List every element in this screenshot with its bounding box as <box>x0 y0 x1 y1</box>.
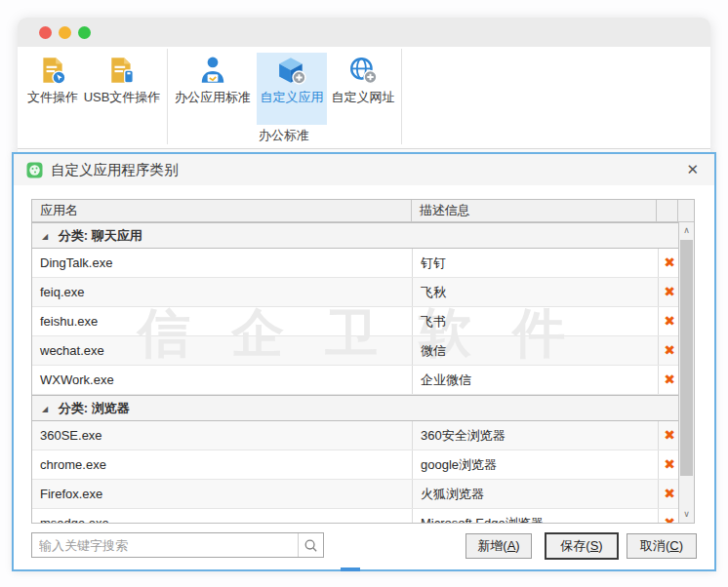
ribbon-item-label: 办公应用标准 <box>170 89 256 105</box>
file-operation-icon <box>38 56 67 85</box>
dialog-titlebar: 自定义应用程序类别 ✕ <box>14 154 714 185</box>
delete-icon: ✖ <box>664 313 675 329</box>
scrollbar-thumb[interactable] <box>680 240 693 476</box>
window-titlebar <box>18 18 710 47</box>
app-name-cell: msedge.exe <box>32 509 413 523</box>
delete-icon: ✖ <box>664 372 675 387</box>
app-desc-cell: Microsoft Edge浏览器 <box>413 509 659 523</box>
delete-icon: ✖ <box>664 486 675 501</box>
table-row[interactable]: chrome.exe google浏览器 ✖ <box>32 450 680 480</box>
delete-icon: ✖ <box>664 284 675 299</box>
delete-row-button[interactable]: ✖ <box>659 450 680 479</box>
app-desc-cell: 飞秋 <box>413 278 659 306</box>
delete-row-button[interactable]: ✖ <box>659 278 680 306</box>
minimize-traffic-light[interactable] <box>59 26 71 39</box>
delete-icon: ✖ <box>664 456 675 472</box>
custom-url-icon <box>348 56 378 85</box>
ribbon-item-label: USB文件操作 <box>78 89 166 105</box>
maximize-traffic-light[interactable] <box>78 26 91 39</box>
ribbon-toolbar: 文件操作 USB文件操作 <box>18 47 710 149</box>
column-header-actions <box>657 200 678 221</box>
app-name-cell: 360SE.exe <box>32 421 413 450</box>
app-desc-cell: 企业微信 <box>413 366 659 394</box>
app-desc-cell: 飞书 <box>413 307 659 335</box>
vertical-scrollbar[interactable]: ∧ ∨ <box>678 222 694 523</box>
collapse-triangle-icon[interactable]: ◢ <box>42 224 48 249</box>
delete-row-button[interactable]: ✖ <box>659 249 680 277</box>
ribbon-item-label: 文件操作 <box>24 89 81 105</box>
delete-row-button[interactable]: ✖ <box>659 480 680 508</box>
dialog-title: 自定义应用程序类别 <box>51 154 179 185</box>
app-desc-cell: 微信 <box>413 336 659 365</box>
group-label: 分类: 浏览器 <box>59 401 130 415</box>
column-header-app-name[interactable]: 应用名 <box>32 200 412 221</box>
search-box <box>31 532 324 558</box>
delete-icon: ✖ <box>664 515 675 523</box>
table-row[interactable]: feiq.exe 飞秋 ✖ <box>32 278 680 307</box>
ribbon-item-usb-file-operations[interactable]: USB文件操作 <box>78 53 166 125</box>
delete-row-button[interactable]: ✖ <box>659 366 680 394</box>
app-name-cell: DingTalk.exe <box>32 249 413 277</box>
close-traffic-light[interactable] <box>39 26 52 39</box>
column-header-description[interactable]: 描述信息 <box>412 200 657 221</box>
office-app-standard-icon <box>198 56 227 85</box>
app-desc-cell: 钉钉 <box>413 249 659 277</box>
table-row[interactable]: 360SE.exe 360安全浏览器 ✖ <box>32 421 680 450</box>
app-desc-cell: 360安全浏览器 <box>413 421 659 450</box>
table-row[interactable]: Firefox.exe 火狐浏览器 ✖ <box>32 480 680 509</box>
table-row[interactable]: WXWork.exe 企业微信 ✖ <box>32 366 680 395</box>
ribbon-item-file-operations[interactable]: 文件操作 <box>24 53 81 125</box>
ribbon-item-label: 自定义网址 <box>330 89 396 105</box>
dialog-close-icon[interactable]: ✕ <box>686 154 699 185</box>
main-window: 文件操作 USB文件操作 <box>18 18 710 154</box>
table-row[interactable]: DingTalk.exe 钉钉 ✖ <box>32 249 680 278</box>
table-row[interactable]: wechat.exe 微信 ✖ <box>32 336 680 366</box>
cancel-button[interactable]: 取消(C) <box>627 533 697 559</box>
app-name-cell: Firefox.exe <box>32 480 413 508</box>
search-icon <box>303 538 318 553</box>
scroll-down-icon[interactable]: ∨ <box>679 507 694 522</box>
search-button[interactable] <box>298 533 323 557</box>
ribbon-item-label: 自定义应用 <box>257 89 327 105</box>
resize-grip[interactable] <box>341 567 360 571</box>
app-desc-cell: 火狐浏览器 <box>413 480 659 508</box>
app-table: 应用名 描述信息 信企卫软件 ◢ 分类: 聊天应用 DingTalk.exe 钉… <box>31 199 695 524</box>
screen: 文件操作 USB文件操作 <box>0 0 728 587</box>
delete-icon: ✖ <box>664 342 675 358</box>
app-name-cell: wechat.exe <box>32 336 413 365</box>
usb-file-operation-icon <box>107 56 137 85</box>
dialog-app-icon <box>26 162 43 178</box>
delete-icon: ✖ <box>664 254 675 270</box>
custom-app-category-dialog: 自定义应用程序类别 ✕ 应用名 描述信息 信企卫软件 ◢ 分类: 聊天应用 Di… <box>12 152 716 571</box>
table-header-row: 应用名 描述信息 <box>32 200 694 222</box>
app-name-cell: WXWork.exe <box>32 366 413 394</box>
ribbon-item-custom-url[interactable]: 自定义网址 <box>330 53 396 125</box>
table-body: 信企卫软件 ◢ 分类: 聊天应用 DingTalk.exe 钉钉 ✖ feiq.… <box>32 222 694 523</box>
ribbon-item-custom-app[interactable]: 自定义应用 <box>257 53 327 125</box>
column-header-scroll <box>678 200 694 221</box>
app-desc-cell: google浏览器 <box>413 450 659 479</box>
delete-icon: ✖ <box>664 427 675 443</box>
delete-row-button[interactable]: ✖ <box>659 509 680 523</box>
delete-row-button[interactable]: ✖ <box>659 421 680 450</box>
add-button[interactable]: 新增(A) <box>465 533 532 559</box>
collapse-triangle-icon[interactable]: ◢ <box>42 397 48 421</box>
app-name-cell: feishu.exe <box>32 307 413 335</box>
table-row[interactable]: feishu.exe 飞书 ✖ <box>32 307 680 336</box>
app-name-cell: chrome.exe <box>32 450 413 479</box>
group-label: 分类: 聊天应用 <box>59 228 142 243</box>
custom-app-icon <box>277 56 306 85</box>
group-row-chat-apps[interactable]: ◢ 分类: 聊天应用 <box>32 222 680 249</box>
group-row-browsers[interactable]: ◢ 分类: 浏览器 <box>32 395 680 421</box>
ribbon-group-label: 办公标准 <box>167 127 401 144</box>
ribbon-item-office-app-standard[interactable]: 办公应用标准 <box>170 53 256 125</box>
app-name-cell: feiq.exe <box>32 278 413 306</box>
search-input[interactable] <box>32 533 304 557</box>
save-button[interactable]: 保存(S) <box>545 532 619 560</box>
delete-row-button[interactable]: ✖ <box>659 336 680 365</box>
table-row[interactable]: msedge.exe Microsoft Edge浏览器 ✖ <box>32 509 680 523</box>
delete-row-button[interactable]: ✖ <box>659 307 680 335</box>
scroll-up-icon[interactable]: ∧ <box>679 223 694 238</box>
ribbon-separator <box>401 49 402 144</box>
